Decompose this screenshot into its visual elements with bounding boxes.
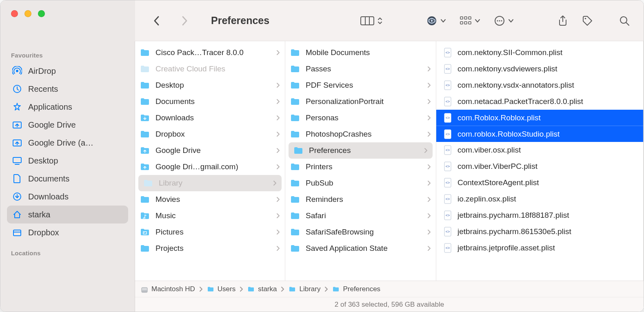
folder-row[interactable]: Safari: [285, 208, 436, 224]
file-row[interactable]: <>com.netacad.PacketTracer8.0.0.plist: [436, 93, 643, 110]
folder-row[interactable]: Mobile Documents: [285, 44, 436, 61]
file-row[interactable]: <>ContextStoreAgent.plist: [436, 175, 643, 191]
folder-row[interactable]: Personas: [285, 110, 436, 126]
view-mode-button[interactable]: [360, 16, 382, 26]
minimize-window-button[interactable]: [24, 10, 31, 17]
plist-file-icon: <>: [444, 243, 452, 253]
chevron-right-icon: [427, 82, 431, 88]
folder-icon: [140, 212, 150, 220]
sidebar-item-documents[interactable]: Documents: [7, 170, 128, 188]
chevron-right-icon: [280, 286, 285, 292]
file-row[interactable]: <>jetbrains.jetprofile.asset.plist: [436, 240, 643, 256]
folder-row[interactable]: PhotoshopCrashes: [285, 126, 436, 142]
folder-row[interactable]: Desktop: [135, 77, 285, 93]
folder-row[interactable]: Google Drive: [135, 142, 285, 159]
sidebar-item-downloads[interactable]: Downloads: [7, 188, 128, 206]
chevron-right-icon: [427, 246, 431, 251]
plist-file-icon: <>: [444, 129, 452, 139]
folder-row[interactable]: PersonalizationPortrait: [285, 93, 436, 110]
tags-button[interactable]: [582, 15, 593, 27]
sidebar-item-airdrop[interactable]: AirDrop: [7, 62, 128, 80]
folder-row[interactable]: Printers: [285, 159, 436, 175]
path-segment[interactable]: Preferences: [332, 285, 380, 293]
sidebar-item-gdrive1[interactable]: Google Drive: [7, 116, 128, 134]
plist-file-icon: <>: [444, 178, 452, 188]
folder-row[interactable]: SafariSafeBrowsing: [285, 224, 436, 240]
sidebar-item-label: Applications: [28, 102, 72, 112]
folder-row[interactable]: Saved Application State: [285, 240, 436, 257]
file-row[interactable]: <>com.viber.osx.plist: [436, 142, 643, 158]
chevron-right-icon: [424, 148, 428, 153]
svg-line-19: [626, 22, 629, 25]
path-segment[interactable]: Users: [207, 285, 235, 293]
preview-button[interactable]: [426, 15, 446, 26]
sidebar-item-dropbox[interactable]: Dropbox: [7, 223, 128, 241]
folder-icon: [140, 97, 150, 106]
folder-row[interactable]: Passes: [285, 61, 436, 77]
folder-icon: [207, 286, 214, 292]
svg-rect-10: [460, 22, 463, 24]
file-row[interactable]: <>jetbrains.pycharm.18f88187.plist: [436, 207, 643, 223]
folder-row[interactable]: PubSub: [285, 175, 436, 191]
file-row[interactable]: <>com.nektony.vsdviewers.plist: [436, 61, 643, 77]
home-icon: [12, 210, 22, 219]
zoom-window-button[interactable]: [38, 10, 45, 17]
item-name: Library: [159, 179, 273, 188]
folder-icon: [290, 130, 300, 138]
file-row[interactable]: <>com.nektony.vsdx-annotators.plist: [436, 77, 643, 93]
forward-button[interactable]: [178, 16, 192, 26]
chevron-down-icon: [440, 19, 446, 23]
path-segment[interactable]: Macintosh HD: [141, 285, 195, 293]
search-button[interactable]: [619, 15, 630, 26]
svg-text:<>: <>: [446, 116, 450, 120]
file-row[interactable]: <>com.roblox.RobloxStudio.plist: [436, 126, 643, 142]
folder-row[interactable]: Documents: [135, 93, 285, 110]
svg-point-30: [144, 232, 145, 233]
item-name: SafariSafeBrowsing: [306, 228, 427, 237]
svg-rect-0: [361, 17, 374, 25]
folder-row[interactable]: Pictures: [135, 224, 285, 240]
close-window-button[interactable]: [11, 10, 18, 17]
sidebar-item-recents[interactable]: Recents: [7, 80, 128, 98]
folder-row[interactable]: Dropbox: [135, 126, 285, 142]
sidebar-item-desktop[interactable]: Desktop: [7, 152, 128, 170]
svg-point-16: [501, 20, 502, 21]
path-segment[interactable]: starka: [247, 285, 277, 293]
folder-row[interactable]: Cisco Pack…Tracer 8.0.0: [135, 44, 285, 61]
chevron-right-icon: [427, 213, 431, 219]
file-row[interactable]: <>jetbrains.pycharm.861530e5.plist: [436, 223, 643, 240]
path-segment[interactable]: Library: [289, 285, 320, 293]
folder-row[interactable]: PDF Services: [285, 77, 436, 93]
folder-row[interactable]: Library: [138, 175, 282, 191]
column-0: Cisco Pack…Tracer 8.0.0Creative Cloud Fi…: [135, 41, 285, 281]
plist-file-icon: <>: [444, 162, 452, 171]
back-button[interactable]: [149, 16, 164, 26]
drive-icon: [12, 138, 22, 147]
file-row[interactable]: <>com.nektony.SII-Common.plist: [436, 44, 643, 61]
path-label: Macintosh HD: [151, 285, 195, 293]
share-button[interactable]: [558, 15, 568, 27]
folder-row[interactable]: Google Dri…gmail.com): [135, 159, 285, 175]
chevron-right-icon: [427, 229, 431, 235]
item-name: com.Roblox.Roblox.plist: [457, 113, 541, 122]
action-button[interactable]: [494, 15, 514, 26]
chevron-right-icon: [427, 180, 431, 186]
sidebar-item-home[interactable]: starka: [7, 206, 128, 223]
folder-icon: [290, 81, 300, 89]
file-row[interactable]: <>com.viber.ViberPC.plist: [436, 158, 643, 175]
folder-row[interactable]: Creative Cloud Files: [135, 61, 285, 77]
folder-row[interactable]: Projects: [135, 240, 285, 257]
folder-icon: [290, 114, 300, 122]
folder-icon: [140, 163, 150, 171]
group-button[interactable]: [460, 16, 480, 25]
file-row[interactable]: <>com.Roblox.Roblox.plist: [436, 110, 643, 126]
file-row[interactable]: <>io.zeplin.osx.plist: [436, 191, 643, 207]
folder-row[interactable]: Music: [135, 208, 285, 224]
folder-row[interactable]: Preferences: [289, 142, 433, 159]
folder-row[interactable]: Movies: [135, 191, 285, 208]
folder-row[interactable]: Downloads: [135, 110, 285, 126]
sidebar-item-gdrive2[interactable]: Google Drive (a…: [7, 134, 128, 152]
chevron-right-icon: [276, 148, 280, 153]
folder-row[interactable]: Reminders: [285, 191, 436, 208]
sidebar-item-applications[interactable]: Applications: [7, 98, 128, 116]
